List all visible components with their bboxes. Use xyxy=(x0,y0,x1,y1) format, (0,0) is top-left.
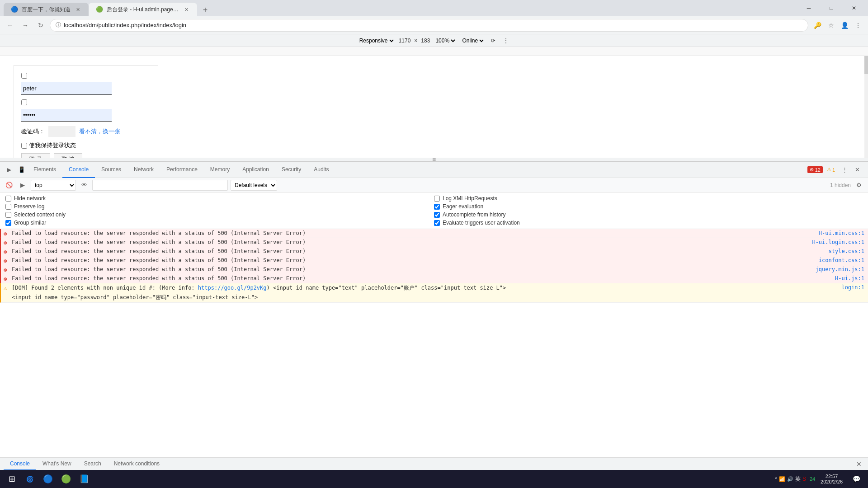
tab-performance[interactable]: Performance xyxy=(160,162,204,178)
forward-button[interactable]: → xyxy=(19,19,32,32)
tab-security[interactable]: Security xyxy=(275,162,307,178)
address-bar[interactable]: ⓘ localhost/dm/public/index.php/index/in… xyxy=(50,19,808,32)
rotate-icon[interactable]: ⟳ xyxy=(489,36,498,45)
eye-icon[interactable]: 👁 xyxy=(79,180,90,191)
console-msg-source-5[interactable]: jquery.min.js:1 xyxy=(812,265,868,274)
captcha-refresh-link[interactable]: 看不清，换一张 xyxy=(79,127,120,136)
log-xml-checkbox[interactable] xyxy=(434,196,440,202)
console-msg-source-1[interactable]: H-ui.min.css:1 xyxy=(815,229,868,238)
bottom-tab-bar: Console What's New Search Network condit… xyxy=(0,457,868,470)
device-toggle-icon[interactable]: 📱 xyxy=(16,164,27,175)
lock-icon: ⓘ xyxy=(56,21,61,29)
autocomplete-checkbox[interactable] xyxy=(434,212,440,218)
hide-network-checkbox[interactable] xyxy=(5,196,11,202)
taskbar-chrome[interactable]: 🟢 xyxy=(58,471,74,487)
eval-triggers-label: Evaluate triggers user activation xyxy=(443,220,520,226)
group-similar-checkbox[interactable] xyxy=(5,220,11,226)
levels-select[interactable]: Default levels xyxy=(231,180,277,191)
filter-input[interactable] xyxy=(92,180,228,191)
tab-admin[interactable]: 🟢 后台登录 - H-ui.admin.page v3 ✕ xyxy=(89,3,197,16)
speech-bubble-icon: 💬 xyxy=(853,475,860,483)
preserve-log-checkbox[interactable] xyxy=(5,204,11,210)
browser-frame: 🔵 百度一下，你就知道 ✕ 🟢 后台登录 - H-ui.admin.page v… xyxy=(0,0,868,488)
dom-warn-text: [DOM] Found 2 elements with non-unique i… xyxy=(10,283,838,293)
tab-sources[interactable]: Sources xyxy=(95,162,127,178)
dom-warn-source[interactable]: login:1 xyxy=(838,283,868,291)
refresh-button[interactable]: ↻ xyxy=(34,19,47,32)
remember-checkbox[interactable] xyxy=(21,143,27,149)
minimize-button[interactable]: ─ xyxy=(798,1,819,15)
volume-icon[interactable]: 🔊 xyxy=(787,476,793,482)
password-input[interactable] xyxy=(21,109,112,122)
bottom-tab-console[interactable]: Console xyxy=(4,458,36,470)
username-input[interactable] xyxy=(21,82,112,95)
devtools-more-menu[interactable]: ⋮ xyxy=(839,164,850,175)
tab-audits[interactable]: Audits xyxy=(307,162,335,178)
ie-icon: 🔵 xyxy=(43,474,53,484)
new-tab-button[interactable]: + xyxy=(199,4,212,16)
tab-application[interactable]: Application xyxy=(236,162,275,178)
tab-memory[interactable]: Memory xyxy=(204,162,236,178)
scrollbar-thumb[interactable] xyxy=(864,56,868,74)
console-msg-text-5: Failed to load resource: the server resp… xyxy=(10,265,812,274)
menu-icon[interactable]: ⋮ xyxy=(852,19,864,32)
username-checkbox[interactable] xyxy=(21,73,27,79)
select-element-icon[interactable]: ▶ xyxy=(4,164,14,175)
settings-button[interactable]: ⚙ xyxy=(854,180,864,191)
error-icon: ⊗ xyxy=(810,167,814,173)
lang-indicator[interactable]: 英 xyxy=(795,475,801,483)
tab-console[interactable]: Console xyxy=(62,162,95,178)
key-icon[interactable]: 🔑 xyxy=(811,19,824,32)
ruler-bar xyxy=(0,47,868,56)
context-select[interactable]: top xyxy=(31,180,76,191)
selected-context-checkbox[interactable] xyxy=(5,212,11,218)
back-button[interactable]: ← xyxy=(4,19,16,32)
network-icon[interactable]: 📶 xyxy=(779,476,785,482)
tab-title-baidu: 百度一下，你就知道 xyxy=(22,6,71,14)
eager-eval-checkbox[interactable] xyxy=(434,204,440,210)
notification-icon[interactable]: 💬 xyxy=(848,471,864,487)
online-select[interactable]: Online xyxy=(460,37,485,44)
option-group-similar: Group similar xyxy=(5,220,434,226)
devtools-close-button[interactable]: ✕ xyxy=(852,164,863,175)
tray-expand-icon[interactable]: ^ xyxy=(775,477,777,482)
taskbar-ie[interactable]: 🔵 xyxy=(40,471,56,487)
bottom-tab-whats-new[interactable]: What's New xyxy=(36,458,78,470)
console-msg-source-6[interactable]: H-ui.js:1 xyxy=(831,274,868,283)
taskbar-search[interactable]: 🌀 xyxy=(22,471,38,487)
tab-network[interactable]: Network xyxy=(127,162,160,178)
console-msg-source-2[interactable]: H-ui.login.css:1 xyxy=(808,238,868,247)
bookmark-icon[interactable]: ☆ xyxy=(825,19,837,32)
taskbar-word[interactable]: 📘 xyxy=(76,471,92,487)
bottom-tab-search[interactable]: Search xyxy=(78,458,108,470)
tray-number-icon[interactable]: 24 xyxy=(808,474,817,483)
bottom-tab-network-conditions[interactable]: Network conditions xyxy=(108,458,166,470)
login-button[interactable]: 登 录 xyxy=(21,153,50,158)
cancel-button[interactable]: 取 消 xyxy=(54,153,83,158)
title-bar: 🔵 百度一下，你就知道 ✕ 🟢 后台登录 - H-ui.admin.page v… xyxy=(0,0,868,16)
tab-close-baidu[interactable]: ✕ xyxy=(74,6,81,13)
options-left: Hide network Preserve log Selected conte… xyxy=(5,195,434,226)
scrollbar[interactable] xyxy=(864,56,868,158)
taskbar-clock[interactable]: 22:57 2020/2/26 xyxy=(821,474,843,484)
password-checkbox[interactable] xyxy=(21,99,27,105)
close-button[interactable]: ✕ xyxy=(844,1,864,15)
security-tray-icon[interactable]: S xyxy=(802,476,806,482)
console-msg-source-4[interactable]: iconfont.css:1 xyxy=(815,256,868,265)
console-msg-source-3[interactable]: style.css:1 xyxy=(825,247,868,256)
dom-info-link[interactable]: https://goo.gl/9p2vKg xyxy=(198,285,267,291)
tab-elements[interactable]: Elements xyxy=(27,162,62,178)
devtools-extra-menu[interactable]: ⋮ xyxy=(501,36,510,45)
start-button[interactable]: ⊞ xyxy=(4,471,20,487)
zoom-select[interactable]: 100% xyxy=(434,37,457,44)
account-icon[interactable]: 👤 xyxy=(838,19,851,32)
responsive-select[interactable]: Responsive xyxy=(358,37,395,44)
tab-close-admin[interactable]: ✕ xyxy=(183,6,190,13)
devtools-drag-handle[interactable]: ≡ xyxy=(0,158,868,161)
clear-console-button[interactable]: 🚫 xyxy=(4,180,14,191)
tab-baidu[interactable]: 🔵 百度一下，你就知道 ✕ xyxy=(4,3,89,16)
eval-triggers-checkbox[interactable] xyxy=(434,220,440,226)
filter-toggle-button[interactable]: ▶ xyxy=(17,180,28,191)
bottom-tabs-close[interactable]: ✕ xyxy=(854,459,864,469)
maximize-button[interactable]: □ xyxy=(821,1,842,15)
